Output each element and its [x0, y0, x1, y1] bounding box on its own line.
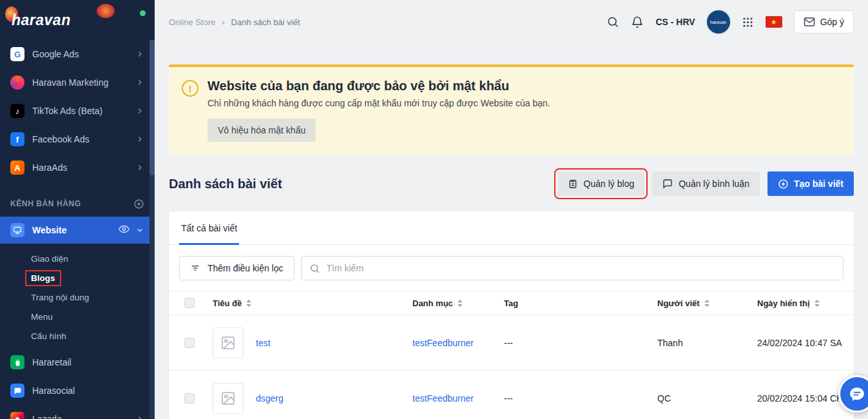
marketing-icon [10, 75, 24, 90]
row-checkbox[interactable] [184, 393, 195, 404]
post-category-link[interactable]: testFeedburner [412, 393, 474, 404]
eye-icon[interactable] [119, 224, 130, 237]
select-all-checkbox[interactable] [184, 298, 195, 308]
breadcrumb-current: Danh sách bài viết [231, 17, 300, 27]
haravan-logo[interactable]: haravan [0, 0, 155, 40]
tiktok-icon: ♪ [10, 104, 24, 118]
column-header-title[interactable]: Tiêu đề [207, 298, 407, 308]
sidebar-item-trang-noi-dung[interactable]: Trang nội dung [0, 287, 155, 307]
post-tag: --- [499, 393, 652, 404]
clipboard-icon [568, 179, 578, 189]
page-content: ! Website của bạn đang được bảo vệ bởi m… [155, 64, 868, 419]
sidebar-item-harasocial[interactable]: Harasocial [0, 376, 155, 405]
harasocial-icon [10, 384, 24, 398]
page-title: Danh sách bài viết [169, 177, 282, 191]
feedback-button[interactable]: Góp ý [794, 10, 854, 34]
sidebar-item-website[interactable]: Website [0, 217, 155, 244]
blogs-annotation-box: Blogs [25, 270, 61, 286]
sidebar-item-google-ads[interactable]: G Google Ads [0, 40, 155, 68]
sidebar-item-label: TikTok Ads (Beta) [32, 106, 102, 116]
post-category-link[interactable]: testFeedburner [412, 338, 474, 348]
create-post-button[interactable]: Tạo bài viết [767, 171, 854, 196]
chevron-down-icon[interactable] [135, 226, 144, 235]
post-author: Thanh [652, 338, 752, 348]
add-sales-channel-icon[interactable] [133, 199, 144, 210]
sidebar-item-label: Google Ads [32, 49, 79, 59]
lazada-icon: ◆ [10, 412, 24, 419]
sidebar-item-label: HaraAds [32, 162, 67, 173]
website-icon [10, 223, 24, 237]
sidebar-item-cau-hinh[interactable]: Cấu hình [0, 326, 155, 346]
tab-all-posts[interactable]: Tất cả bài viết [179, 223, 239, 245]
sidebar-item-label: Website [32, 225, 66, 235]
google-icon: G [10, 47, 24, 61]
apps-grid-icon[interactable] [742, 16, 754, 28]
topbar: Online Store › Danh sách bài viết CS - H… [155, 0, 868, 44]
chevron-right-icon [135, 78, 144, 87]
posts-card: Tất cả bài viết Thêm điều kiện lọc [169, 211, 854, 419]
breadcrumb: Online Store › Danh sách bài viết [169, 17, 300, 27]
column-header-category[interactable]: Danh mục [407, 298, 499, 308]
chevron-right-icon [135, 50, 144, 59]
page-head: Danh sách bài viết Quản lý blog Quản lý … [169, 171, 854, 196]
warning-icon: ! [182, 80, 198, 97]
column-header-tag: Tag [499, 298, 652, 308]
plus-circle-icon [778, 179, 789, 190]
sidebar-item-menu[interactable]: Menu [0, 307, 155, 326]
sort-icon [704, 300, 709, 307]
sidebar-item-haraads[interactable]: A HaraAds [0, 153, 155, 182]
breadcrumb-separator: › [222, 17, 224, 27]
post-title-link[interactable]: dsgerg [256, 393, 284, 404]
sidebar-item-lazada[interactable]: ◆ Lazada [0, 405, 155, 419]
sidebar-item-tiktok-ads[interactable]: ♪ TikTok Ads (Beta) [0, 97, 155, 125]
search-input[interactable] [327, 263, 835, 273]
column-header-date[interactable]: Ngày hiển thị [752, 298, 844, 308]
banner-description: Chỉ những khách hàng được cung cấp mật k… [207, 98, 550, 108]
sidebar-item-hararetail[interactable]: Hararetail [0, 348, 155, 376]
sidebar-item-facebook-ads[interactable]: f Facebook Ads [0, 125, 155, 153]
sort-icon [458, 300, 463, 307]
sidebar-item-haravan-marketing[interactable]: Haravan Marketing [0, 68, 155, 97]
disable-password-button[interactable]: Vô hiệu hóa mật khẩu [207, 119, 316, 142]
manage-comments-button[interactable]: Quản lý bình luận [652, 171, 760, 196]
table-header: Tiêu đề Danh mục Tag Người viết [169, 291, 854, 315]
sidebar-item-giao-dien[interactable]: Giao diện [0, 249, 155, 268]
sidebar-scrollbar-thumb[interactable] [149, 40, 155, 175]
add-filter-button[interactable]: Thêm điều kiện lọc [179, 256, 294, 280]
sales-channels-header: KÊNH BÁN HÀNG [0, 191, 155, 217]
sidebar-item-blogs[interactable]: Blogs [0, 268, 155, 287]
table-row: test testFeedburner --- Thanh 24/02/2024… [169, 315, 854, 371]
chat-icon [849, 385, 865, 402]
table-row: dsgerg testFeedburner --- QC 20/02/2024 … [169, 371, 854, 419]
row-checkbox[interactable] [184, 338, 195, 348]
password-protection-banner: ! Website của bạn đang được bảo vệ bởi m… [169, 64, 854, 155]
bell-icon[interactable] [631, 15, 644, 28]
post-thumbnail[interactable] [213, 327, 244, 358]
manage-blog-button[interactable]: Quản lý blog [557, 171, 645, 196]
sidebar: haravan G Google Ads Haravan Marketing ♪… [0, 0, 155, 419]
sidebar-item-label: Lazada [32, 414, 62, 419]
sidebar-scrollbar [149, 40, 155, 419]
sort-icon [815, 300, 820, 307]
search-icon[interactable] [606, 15, 619, 28]
breadcrumb-parent[interactable]: Online Store [169, 17, 215, 27]
envelope-icon [804, 16, 815, 28]
online-status-dot [140, 10, 146, 16]
sort-icon [246, 300, 251, 307]
account-label[interactable]: CS - HRV [655, 17, 695, 27]
sidebar-item-label: Facebook Ads [32, 134, 90, 144]
post-thumbnail[interactable] [213, 383, 244, 414]
vietnam-flag-icon[interactable]: ★ [766, 16, 782, 28]
logo-text: haravan [12, 12, 71, 29]
chevron-right-icon [135, 135, 144, 144]
page-actions: Quản lý blog Quản lý bình luận Tạo bài v… [557, 171, 854, 196]
main-area: Online Store › Danh sách bài viết CS - H… [155, 0, 868, 419]
filter-icon [190, 263, 200, 273]
post-tag: --- [499, 338, 652, 348]
post-title-link[interactable]: test [256, 338, 271, 348]
haraads-icon: A [10, 161, 24, 175]
column-header-author[interactable]: Người viết [652, 298, 752, 308]
banner-title: Website của bạn đang được bảo vệ bởi mật… [207, 79, 550, 93]
tabs-bar: Tất cả bài viết [169, 211, 854, 245]
avatar[interactable]: haravan [707, 10, 730, 34]
